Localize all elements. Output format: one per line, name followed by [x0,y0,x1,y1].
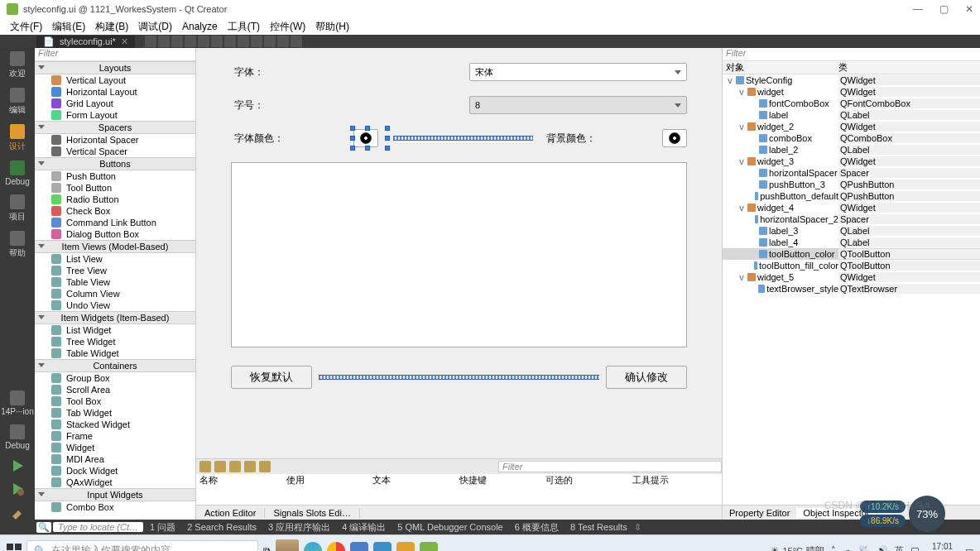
ime-indicator[interactable]: 英 [895,544,904,551]
widget-category[interactable]: Item Views (Model-Based) [35,240,195,253]
tool-icon[interactable] [264,36,276,47]
widget-item[interactable]: Scroll Area [35,384,195,395]
object-row[interactable]: toolButton_fill_colorQToolButton [723,260,980,271]
close-icon[interactable]: ✕ [965,3,973,15]
chevron-up-icon[interactable]: ˄ [831,545,836,551]
object-row[interactable]: toolButton_colorQToolButton [723,248,980,260]
widget-item[interactable]: Dialog Button Box [35,228,195,240]
status-compile[interactable]: 4 编译输出 [337,521,391,534]
tree-toggle-icon[interactable]: v [737,87,746,97]
tool-icon[interactable] [251,36,262,47]
font-combo[interactable]: 宋体 [469,63,687,81]
object-row[interactable]: label_4QLabel [723,237,980,248]
object-row[interactable]: vwidgetQWidget [723,86,980,98]
rail-run-debug[interactable] [10,482,25,496]
menu-build[interactable]: 构建(B) [92,20,132,34]
widget-item[interactable]: Tool Box [35,395,195,407]
size-combo[interactable]: 8 [469,96,687,114]
widget-category[interactable]: Layouts [35,61,195,74]
tree-toggle-icon[interactable]: v [737,122,746,132]
tray-icon[interactable]: 🔊 [877,545,888,551]
text-browser[interactable] [231,162,687,347]
tool-icon[interactable] [171,36,183,47]
widget-item[interactable]: Column View [35,288,195,299]
widget-item[interactable]: MDI Area [35,453,195,465]
status-summary[interactable]: 6 概要信息 [510,521,564,534]
menu-file[interactable]: 文件(F) [7,20,46,34]
file-tab[interactable]: 📄 styleconfig.ui* ✕ [36,36,135,48]
tool-icon[interactable] [185,36,196,47]
widget-item[interactable]: Widget [35,442,195,453]
ae-icon[interactable] [244,461,256,472]
object-row[interactable]: vwidget_2QWidget [723,121,980,132]
widget-item[interactable]: Dock Widget [35,465,195,477]
col-name[interactable]: 名称 [199,474,286,489]
object-row[interactable]: pushButton_defaultQPushButton [723,190,980,202]
menu-edit[interactable]: 编辑(E) [49,20,89,34]
color-button-selected[interactable] [353,129,387,147]
maximize-icon[interactable]: ▢ [939,3,949,15]
col-use[interactable]: 使用 [286,474,373,489]
col-tooltip[interactable]: 工具提示 [632,474,719,489]
widget-item[interactable]: Combo Box [35,501,195,513]
restore-default-button[interactable]: 恢复默认 [231,366,312,389]
search-icon[interactable]: 🔍 [36,522,51,533]
inspector-filter[interactable]: Filter [723,48,980,61]
widget-item[interactable]: Grid Layout [35,98,195,109]
tab-signals-slots[interactable]: Signals Slots Edi… [265,508,360,518]
status-search[interactable]: 2 Search Results [182,522,262,532]
col-text[interactable]: 文本 [372,474,459,489]
menu-tools[interactable]: 工具(T) [224,20,263,34]
tool-icon[interactable] [291,36,302,47]
taskbar-search[interactable]: 🔍 在这里输入你要搜索的内容 [26,540,258,552]
rail-project[interactable]: 项目 [9,194,26,223]
widget-item[interactable]: Undo View [35,299,195,311]
tool-icon[interactable] [198,36,209,47]
widget-item[interactable]: Radio Button [35,194,195,205]
widget-item[interactable]: Horizontal Spacer [35,134,195,146]
status-tests[interactable]: 8 Test Results [565,522,632,532]
menu-help[interactable]: 帮助(H) [312,20,353,34]
rail-kit[interactable]: 14P···ion [1,390,33,416]
chrome-icon[interactable] [327,542,345,552]
rail-design[interactable]: 设计 [9,124,26,152]
widget-item[interactable]: Vertical Layout [35,74,195,86]
widget-item[interactable]: Tool Button [35,182,195,194]
status-issues[interactable]: 1 问题 [145,521,180,534]
widget-item[interactable]: Check Box [35,205,195,217]
tray-icon[interactable]: 🗨 [910,546,920,552]
widget-item[interactable]: Table View [35,276,195,288]
widget-item[interactable]: Form Layout [35,109,195,121]
widget-item[interactable]: Push Button [35,170,195,182]
widget-item[interactable]: QAxWidget [35,477,195,488]
tree-toggle-icon[interactable]: v [726,75,734,85]
design-canvas[interactable]: 字体： 宋体 字号： 8 字体颜色： 背景颜色： [196,48,722,458]
object-row[interactable]: label_2QLabel [723,144,980,156]
tray-icon[interactable]: ☁ [843,545,852,551]
rail-build[interactable] [10,505,25,520]
tab-action-editor[interactable]: Action Editor [196,508,265,518]
object-row[interactable]: textBrowser_styleQTextBrowser [723,283,980,295]
widget-item[interactable]: Tree Widget [35,336,195,347]
object-row[interactable]: labelQLabel [723,109,980,121]
widget-item[interactable]: Tree View [35,265,195,276]
object-row[interactable]: vwidget_3QWidget [723,156,980,167]
widget-item[interactable]: Group Box [35,372,195,384]
widget-item[interactable]: Tab Widget [35,407,195,419]
tool-icon[interactable] [145,36,156,47]
rail-edit[interactable]: 编辑 [9,88,26,116]
object-row[interactable]: vwidget_5QWidget [723,271,980,283]
menu-analyze[interactable]: Analyze [179,21,221,32]
col-class[interactable]: 类 [838,61,848,74]
widget-category[interactable]: Containers [35,359,195,372]
widget-item[interactable]: Stacked Widget [35,419,195,430]
col-object[interactable]: 对象 [723,61,838,74]
object-row[interactable]: comboBoxQComboBox [723,132,980,144]
object-row[interactable]: vwidget_4QWidget [723,202,980,213]
action-filter[interactable]: Filter [498,461,722,472]
tool-icon[interactable] [277,36,289,47]
widget-item[interactable]: Frame [35,430,195,442]
tool-icon[interactable] [238,36,249,47]
menu-debug[interactable]: 调试(D) [135,20,175,34]
notification-icon[interactable]: ▭ [965,545,973,551]
